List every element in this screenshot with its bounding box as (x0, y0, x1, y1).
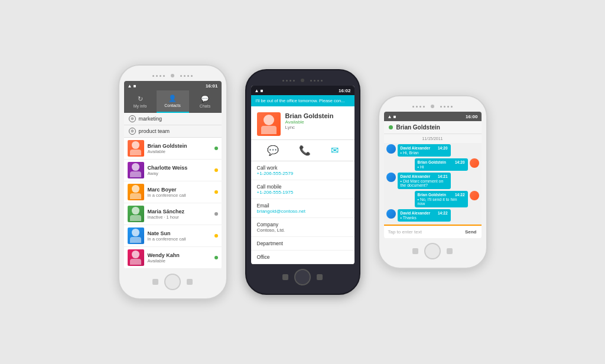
contact-brian[interactable]: Brian Goldstein Available (124, 138, 222, 160)
chat-bubble-text-3: • No, I'll send it to him now (418, 197, 465, 206)
chat-bubble-0: David Alexander 14:20 • Hi, Brian (398, 144, 451, 157)
field-call-mobile-label: Call mobile (257, 184, 349, 190)
phone-1-bottom (152, 274, 193, 290)
side-btn-right-3 (447, 248, 453, 254)
chat-bubble-sender-2: David Alexander 14:21 (401, 174, 448, 178)
speaker-dots-1b (180, 75, 193, 77)
contact-brian-info: Brian Goldstein Available (148, 143, 211, 154)
speaker-dots-2b (310, 80, 323, 82)
field-email[interactable]: Email briangold@contoso.net (251, 199, 354, 218)
contact-maria-info: Maria Sánchez Inactive · 1 hour (148, 209, 211, 220)
contact-maria[interactable]: Maria Sánchez Inactive · 1 hour (124, 203, 222, 225)
group-product-team[interactable]: ⊕ product team (124, 125, 222, 138)
contact-wendy-name: Wendy Kahn (148, 252, 211, 258)
message-action-icon[interactable]: 💬 (267, 145, 279, 156)
phone-2-top (251, 79, 354, 82)
status-bar-left-1: ▲ ■ (128, 83, 136, 89)
sender-name-4: David Alexander (401, 211, 431, 215)
notice-banner: I'll be out of the office tomorrow. Plea… (251, 95, 354, 106)
send-button[interactable]: Send (463, 228, 479, 236)
chat-area: David Alexander 14:20 • Hi, Brian Brian … (384, 143, 482, 225)
tab-myinfo[interactable]: ↻ My info (124, 90, 157, 113)
contact-marc[interactable]: Marc Boyer In a conference call (124, 181, 222, 203)
tab-chats-label: Chats (200, 104, 210, 108)
profile-info: Brian Goldstein Available Lync (285, 112, 334, 136)
email-action-icon[interactable]: ✉ (331, 145, 339, 156)
tab-contacts[interactable]: 👤 Contacts (157, 90, 189, 113)
dot (412, 106, 414, 108)
contacts-icon: 👤 (168, 95, 177, 102)
contact-wendy[interactable]: Wendy Kahn Available (124, 247, 222, 269)
dot (419, 106, 421, 108)
phone-2-screen: ▲ ■ 16:02 I'll be out of the office tomo… (251, 86, 354, 264)
speaker-dots-2 (282, 80, 295, 82)
chat-bubble-text-1: • Hi (418, 165, 465, 169)
status-bar-left-3: ▲ ■ (388, 114, 396, 119)
chat-avatar-david-2 (386, 173, 396, 182)
avatar-charlotte (128, 162, 144, 178)
status-time-2: 16:02 (339, 88, 350, 93)
chat-date: 11/15/2011 (384, 134, 482, 143)
contact-nate-name: Nate Sun (148, 230, 211, 236)
home-button-3[interactable] (424, 243, 441, 259)
home-button-1[interactable] (164, 274, 181, 290)
group-expand-product[interactable]: ⊕ (129, 128, 136, 135)
sender-time-2: 14:21 (438, 174, 448, 178)
status-time-1: 16:01 (206, 83, 217, 89)
sender-time-1: 14:20 (455, 160, 465, 164)
field-department: Department (251, 237, 354, 251)
chat-bubble-text-0: • Hi, Brian (401, 151, 448, 155)
phone-3-screen: ▲ ■ 16:00 Brian Goldstein 11/15/2011 (384, 112, 482, 238)
contact-maria-status: Inactive · 1 hour (148, 214, 211, 220)
dot (321, 80, 323, 82)
field-call-mobile[interactable]: Call mobile +1-206-555-1975 (251, 180, 354, 199)
chats-icon: 💬 (201, 95, 209, 103)
dot (451, 106, 453, 108)
phone-3-bottom (412, 243, 453, 259)
home-button-2[interactable] (294, 269, 311, 285)
tab-chats[interactable]: 💬 Chats (189, 90, 222, 113)
chat-header-status-dot (389, 125, 393, 129)
contact-marc-name: Marc Boyer (148, 187, 211, 193)
sender-name-0: David Alexander (401, 146, 431, 150)
chat-avatar-david-1 (386, 144, 396, 154)
avatar-maria (128, 206, 144, 222)
chat-header-name: Brian Goldstein (396, 124, 440, 131)
contact-nate[interactable]: Nate Sun In a conference call (124, 225, 222, 247)
field-call-work[interactable]: Call work +1-206-555-2579 (251, 161, 354, 180)
contact-charlotte-status: Away (148, 171, 211, 176)
phone-2-bottom (282, 269, 323, 285)
dot (156, 75, 158, 77)
contact-brian-status: Available (148, 149, 211, 154)
side-btn-left-1 (152, 279, 158, 285)
call-action-icon[interactable]: 📞 (299, 145, 311, 156)
contact-wendy-status: Available (148, 258, 211, 264)
chat-bubble-sender-0: David Alexander 14:20 (401, 146, 448, 150)
camera-2 (301, 79, 304, 82)
field-office-label: Office (257, 254, 349, 260)
dot (286, 80, 288, 82)
contact-marc-status: In a conference call (148, 193, 211, 198)
status-bar-left-2: ▲ ■ (255, 88, 264, 93)
profile-status: Available (285, 119, 334, 125)
chat-input-placeholder: Tap to enter text (388, 229, 422, 235)
field-company: Company Contoso, Ltd. (251, 218, 354, 237)
dot (314, 80, 315, 82)
chat-text-input[interactable]: Tap to enter text (386, 228, 463, 236)
tab-myinfo-label: My info (134, 104, 147, 108)
chat-avatar-david-3 (386, 209, 396, 219)
avatar-marc (128, 184, 144, 200)
status-dot-wendy (214, 256, 218, 259)
dot (310, 80, 312, 82)
contact-charlotte[interactable]: Charlotte Weiss Away (124, 160, 222, 181)
group-expand-marketing[interactable]: ⊕ (129, 115, 136, 122)
chat-msg-3: Brian Goldstein 14:22 • No, I'll send it… (386, 191, 479, 207)
chat-header: Brian Goldstein (384, 121, 482, 134)
dot (187, 75, 189, 77)
chat-bubble-sender-4: David Alexander 14:22 (401, 211, 448, 215)
dot (160, 75, 161, 77)
status-dot-marc (214, 190, 218, 194)
group-marketing[interactable]: ⊕ marketing (124, 113, 222, 125)
status-time-3: 16:00 (466, 114, 477, 119)
side-btn-left-2 (282, 274, 288, 280)
